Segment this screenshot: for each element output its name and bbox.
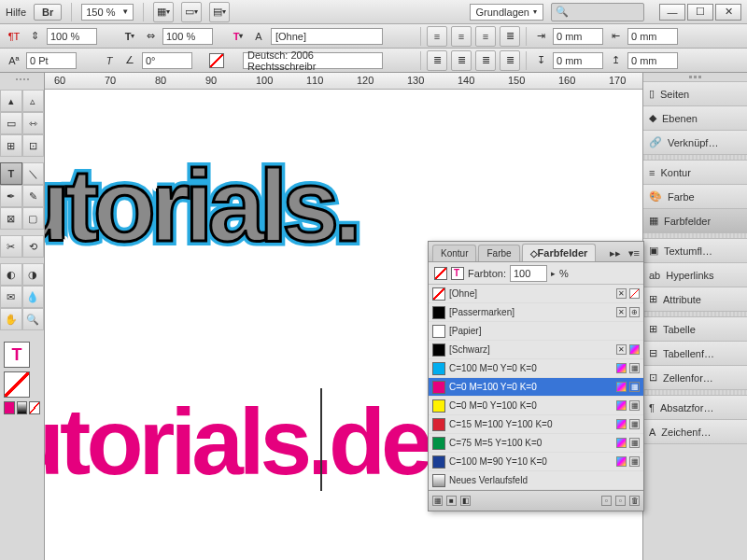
tab-farbe[interactable]: Farbe — [478, 245, 519, 261]
panel-kontur[interactable]: ≡Kontur — [643, 161, 747, 185]
swatch-row[interactable]: C=0 M=0 Y=100 K=0▦ — [429, 397, 643, 415]
space-before-field[interactable]: 0 mm — [553, 52, 603, 69]
help-menu[interactable]: Hilfe — [6, 7, 26, 18]
swatch-row[interactable]: C=100 M=90 Y=10 K=0▦ — [429, 453, 643, 471]
tab-kontur[interactable]: Kontur — [432, 245, 476, 261]
char-panel-icon[interactable]: ¶T — [6, 28, 22, 45]
panel-farbe[interactable]: 🎨Farbe — [643, 185, 747, 209]
apply-gradient-button[interactable] — [17, 401, 28, 414]
transform-tool[interactable]: ⟲ — [22, 235, 45, 258]
swatch-row[interactable]: [Passermarken]✕⊕ — [429, 303, 643, 322]
eyedropper-tool[interactable]: 💧 — [22, 286, 45, 308]
note-tool[interactable]: ✉ — [0, 286, 22, 308]
panel-seiten[interactable]: ▯Seiten — [643, 82, 747, 106]
align-right-icon[interactable]: ≡ — [475, 26, 496, 47]
fill-proxy[interactable] — [434, 267, 447, 280]
zoom-dropdown[interactable]: 150 %▼ — [81, 4, 134, 21]
panel-zellenfor[interactable]: ⊡Zellenfor… — [643, 366, 747, 390]
justify2-icon[interactable]: ≣ — [427, 50, 447, 71]
panel-zeichenfor[interactable]: AZeichenf… — [643, 420, 747, 444]
panel-tabelle[interactable]: ⊞Tabelle — [643, 317, 747, 342]
char-style-dropdown[interactable]: [Ohne] — [271, 28, 383, 45]
fill-t-icon[interactable]: T▾ — [121, 28, 138, 45]
swatch-row[interactable]: C=100 M=0 Y=0 K=0▦ — [429, 359, 643, 378]
content2-tool[interactable]: ⊡ — [22, 134, 45, 157]
align-left-icon[interactable]: ≡ — [427, 26, 447, 47]
panel-farbfelder[interactable]: ▦Farbfelder — [643, 209, 747, 233]
minimize-button[interactable]: — — [659, 4, 685, 21]
new-swatch-icon[interactable]: ▫ — [601, 496, 612, 506]
swatch-row[interactable]: [Ohne]✕ — [429, 285, 643, 303]
panel-absatzfor[interactable]: ¶Absatzfor… — [643, 396, 747, 420]
textcolor-icon[interactable]: T▾ — [230, 28, 247, 45]
workspace-switcher[interactable]: Grundlagen▾ — [470, 4, 544, 21]
pencil-tool[interactable]: ✎ — [22, 185, 45, 207]
gap-tool[interactable]: ⇿ — [22, 112, 45, 134]
panel-hyperlinks[interactable]: abHyperlinks — [643, 263, 747, 287]
pen-tool[interactable]: ✒ — [0, 185, 22, 207]
none-stroke-icon[interactable] — [209, 53, 224, 68]
arrange-icon[interactable]: ▤▾ — [209, 2, 230, 22]
align-center-icon[interactable]: ≡ — [451, 26, 472, 47]
search-field[interactable]: 🔍 — [551, 3, 644, 21]
swatch-row[interactable]: C=0 M=100 Y=0 K=0▦ — [429, 378, 643, 397]
swatch-row[interactable]: [Papier] — [429, 322, 643, 341]
rect-frame-tool[interactable]: ⊠ — [0, 207, 22, 230]
dock-grip[interactable] — [643, 73, 747, 82]
selection-tool[interactable]: ▴ — [0, 90, 22, 112]
justify3-icon[interactable]: ≣ — [451, 50, 472, 71]
indent2-field[interactable]: 0 mm — [627, 28, 678, 45]
stroke-proxy[interactable]: T — [451, 267, 464, 280]
scale-x-field[interactable]: 100 % — [162, 28, 213, 45]
fill-swatch[interactable]: T — [4, 342, 30, 368]
swatch-row[interactable]: C=75 M=5 Y=100 K=0▦ — [429, 434, 643, 453]
space-after-field[interactable]: 0 mm — [627, 52, 678, 69]
new-swatch2-icon[interactable]: ▫ — [615, 496, 626, 506]
show-gradient-icon[interactable]: ◧ — [460, 496, 471, 506]
panel-ebenen[interactable]: ◆Ebenen — [643, 106, 747, 131]
collapse-icon[interactable]: ▸▸ — [606, 245, 625, 261]
panel-grip[interactable] — [0, 78, 44, 86]
gradient-swatch-tool[interactable]: ◐ — [0, 263, 22, 286]
scale-y-field[interactable]: 100 % — [47, 28, 97, 45]
panel-menu-icon[interactable]: ▾≡ — [625, 245, 643, 261]
swatch-row[interactable]: C=15 M=100 Y=100 K=0▦ — [429, 415, 643, 434]
direct-select-tool[interactable]: ▵ — [22, 90, 45, 112]
scissors-tool[interactable]: ✂ — [0, 235, 22, 258]
panel-tabellenfor[interactable]: ⊟Tabellenf… — [643, 342, 747, 366]
stroke-swatch[interactable] — [4, 371, 30, 398]
type-tool[interactable]: T — [0, 162, 22, 185]
rect-tool[interactable]: ▢ — [22, 207, 45, 230]
swatch-row[interactable]: [Schwarz]✕ — [429, 341, 643, 359]
panel-attribute[interactable]: ⊞Attribute — [643, 287, 747, 312]
show-color-icon[interactable]: ■ — [446, 496, 457, 506]
view-options-icon[interactable]: ▦▾ — [153, 2, 174, 22]
show-all-icon[interactable]: ▦ — [432, 496, 443, 506]
delete-swatch-icon[interactable]: 🗑 — [629, 496, 640, 506]
justify5-icon[interactable]: ≣ — [500, 50, 520, 71]
magenta-text[interactable]: utorials.de — [45, 388, 429, 496]
justify4-icon[interactable]: ≣ — [475, 50, 496, 71]
leading-field[interactable]: 0 Pt — [26, 52, 77, 69]
indent-field[interactable]: 0 mm — [553, 28, 603, 45]
tint-field[interactable]: 100 — [510, 265, 547, 282]
bridge-button[interactable]: Br — [34, 4, 62, 21]
panel-textumfl[interactable]: ▣Textumfl… — [643, 239, 747, 263]
apply-none-button[interactable] — [29, 401, 40, 414]
zoom-tool[interactable]: 🔍 — [22, 308, 45, 330]
content-tool[interactable]: ⊞ — [0, 134, 22, 157]
new-gradient-row[interactable]: Neues Verlaufsfeld — [429, 471, 643, 490]
page-tool[interactable]: ▭ — [0, 112, 22, 134]
maximize-button[interactable]: ☐ — [687, 4, 713, 21]
skew-field[interactable]: 0° — [142, 52, 192, 69]
line-tool[interactable]: ＼ — [22, 162, 45, 185]
hand-tool[interactable]: ✋ — [0, 308, 22, 330]
panel-verknuepf[interactable]: 🔗Verknüpf… — [643, 131, 747, 155]
language-dropdown[interactable]: Deutsch: 2006 Rechtsschreibr — [243, 52, 383, 69]
apply-color-button[interactable] — [4, 401, 15, 414]
close-button[interactable]: ✕ — [715, 4, 741, 21]
tab-farbfelder[interactable]: ◇Farbfelder — [522, 244, 597, 261]
justify-icon[interactable]: ≣ — [500, 26, 520, 47]
screen-mode-icon[interactable]: ▭▾ — [181, 2, 202, 22]
gradient-feather-tool[interactable]: ◑ — [22, 263, 45, 286]
